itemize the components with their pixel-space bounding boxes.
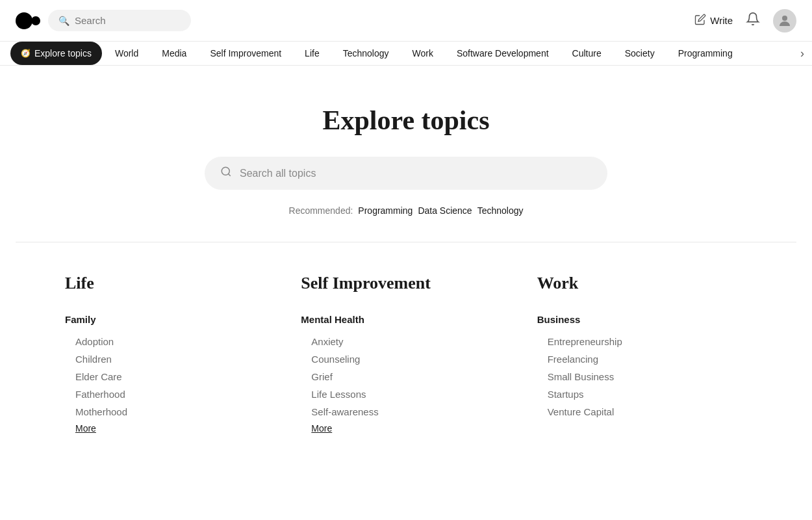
- header-search-text: Search: [75, 15, 106, 26]
- topic-motherhood[interactable]: Motherhood: [65, 403, 275, 421]
- nav-software-development[interactable]: Software Development: [446, 42, 559, 65]
- topic-fatherhood[interactable]: Fatherhood: [65, 385, 275, 403]
- recommended-data-science[interactable]: Data Science: [418, 205, 472, 216]
- nav-programming-label: Programming: [678, 48, 733, 58]
- topics-nav-bar: 🧭 Explore topics World Media Self Improv…: [0, 42, 812, 66]
- nav-technology-label: Technology: [343, 48, 389, 58]
- nav-more-button[interactable]: ›: [793, 42, 812, 65]
- recommended-programming[interactable]: Programming: [358, 205, 412, 216]
- nav-culture[interactable]: Culture: [562, 42, 612, 65]
- nav-technology[interactable]: Technology: [333, 42, 400, 65]
- write-button[interactable]: Write: [694, 14, 733, 28]
- write-icon: [694, 14, 706, 28]
- nav-culture-label: Culture: [572, 48, 602, 58]
- nav-world-label: World: [115, 48, 138, 58]
- nav-media-label: Media: [162, 48, 186, 58]
- hero-search-bar[interactable]: [205, 157, 607, 190]
- nav-society-label: Society: [625, 48, 655, 58]
- topic-elder-care[interactable]: Elder Care: [65, 368, 275, 385]
- subcategory-family: Family Adoption Children Elder Care Fath…: [65, 314, 275, 434]
- header-search-bar[interactable]: 🔍 Search: [48, 10, 191, 31]
- topic-entrepreneurship[interactable]: Entrepreneurship: [537, 333, 747, 350]
- topic-life-lessons[interactable]: Life Lessons: [301, 385, 511, 403]
- topics-grid: Life Family Adoption Children Elder Care…: [0, 242, 812, 481]
- topic-self-awareness[interactable]: Self-awareness: [301, 403, 511, 421]
- recommended-technology[interactable]: Technology: [477, 205, 524, 216]
- subcategory-mental-health-title: Mental Health: [301, 314, 511, 325]
- topic-anxiety[interactable]: Anxiety: [301, 333, 511, 350]
- svg-point-0: [782, 16, 787, 21]
- subcategory-mental-health: Mental Health Anxiety Counseling Grief L…: [301, 314, 511, 434]
- write-label: Write: [710, 15, 733, 26]
- hero-section: Explore topics Recommended: Programming …: [0, 66, 812, 242]
- topic-adoption[interactable]: Adoption: [65, 333, 275, 350]
- svg-point-1: [222, 167, 229, 175]
- logo[interactable]: [16, 12, 40, 29]
- subcategory-business: Business Entrepreneurship Freelancing Sm…: [537, 314, 747, 421]
- topic-grief[interactable]: Grief: [301, 368, 511, 385]
- life-family-more-link[interactable]: More: [75, 423, 96, 434]
- nav-self-improvement-label: Self Improvement: [210, 48, 281, 58]
- nav-life-label: Life: [305, 48, 320, 58]
- category-life: Life Family Adoption Children Elder Care…: [52, 274, 288, 450]
- topic-venture-capital[interactable]: Venture Capital: [537, 403, 747, 421]
- subcategory-business-title: Business: [537, 314, 747, 325]
- nav-explore-topics[interactable]: 🧭 Explore topics: [10, 42, 102, 65]
- category-life-title: Life: [65, 274, 275, 293]
- topic-small-business[interactable]: Small Business: [537, 368, 747, 385]
- compass-icon: 🧭: [21, 49, 31, 58]
- category-work-title: Work: [537, 274, 747, 293]
- topic-startups[interactable]: Startups: [537, 385, 747, 403]
- hero-search-icon: [220, 166, 232, 181]
- category-work: Work Business Entrepreneurship Freelanci…: [524, 274, 760, 450]
- main-content: Explore topics Recommended: Programming …: [0, 66, 812, 481]
- recommended-label: Recommended:: [289, 205, 353, 216]
- topic-freelancing[interactable]: Freelancing: [537, 350, 747, 368]
- topic-children[interactable]: Children: [65, 350, 275, 368]
- notifications-button[interactable]: [746, 12, 760, 29]
- nav-media[interactable]: Media: [151, 42, 197, 65]
- logo-circle-small: [31, 16, 40, 25]
- chevron-right-icon: ›: [800, 47, 804, 60]
- hero-title: Explore topics: [322, 105, 489, 136]
- header-left: 🔍 Search: [16, 10, 191, 31]
- category-self-improvement: Self Improvement Mental Health Anxiety C…: [288, 274, 524, 450]
- nav-explore-label: Explore topics: [34, 48, 92, 58]
- search-icon: 🔍: [58, 16, 70, 26]
- nav-work-label: Work: [412, 48, 433, 58]
- nav-software-development-label: Software Development: [457, 48, 549, 58]
- subcategory-family-title: Family: [65, 314, 275, 325]
- self-improvement-mental-health-more-link[interactable]: More: [311, 423, 332, 434]
- hero-search-input[interactable]: [240, 168, 592, 179]
- recommended-section: Recommended: Programming Data Science Te…: [289, 205, 524, 216]
- svg-line-2: [228, 174, 230, 176]
- nav-world[interactable]: World: [105, 42, 149, 65]
- nav-life[interactable]: Life: [294, 42, 330, 65]
- nav-self-improvement[interactable]: Self Improvement: [199, 42, 292, 65]
- header: 🔍 Search Write: [0, 0, 812, 42]
- topic-counseling[interactable]: Counseling: [301, 350, 511, 368]
- nav-society[interactable]: Society: [615, 42, 665, 65]
- avatar[interactable]: [773, 9, 796, 32]
- nav-work[interactable]: Work: [402, 42, 444, 65]
- logo-circle-large: [16, 12, 32, 29]
- category-self-improvement-title: Self Improvement: [301, 274, 511, 293]
- nav-programming[interactable]: Programming: [668, 42, 743, 65]
- header-right: Write: [694, 9, 796, 32]
